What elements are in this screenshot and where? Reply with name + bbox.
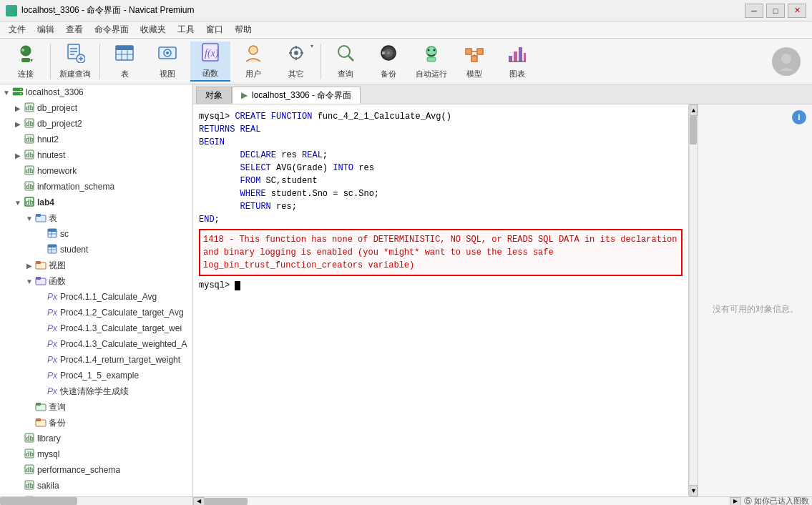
table-label: 表: [121, 69, 129, 79]
sidebar-item-func2[interactable]: Px Proc4.1.2_Calculate_target_Avg: [0, 305, 192, 320]
toolbar-autorun-button[interactable]: 自动运行: [411, 41, 451, 82]
hnut2-icon: db: [23, 133, 36, 147]
student-table-icon: [46, 244, 59, 256]
toolbar-table-button[interactable]: 表: [104, 41, 145, 82]
sidebar-item-hnutest[interactable]: ▶ db hnutest: [0, 147, 192, 163]
main-layout: ▼ localhost_3306 ▶ db db_project: [0, 84, 812, 505]
info-schema-icon: db: [23, 180, 36, 194]
tab-cmdline-icon: ▶: [241, 90, 248, 100]
toolbar-query-button[interactable]: 查询: [326, 41, 366, 82]
toolbar-chart-button[interactable]: 图表: [497, 41, 537, 82]
sidebar-item-mysql[interactable]: db mysql: [0, 446, 192, 462]
close-button[interactable]: ✕: [788, 4, 806, 18]
tab-cmdline[interactable]: ▶ localhost_3306 - 命令界面: [232, 87, 361, 104]
sidebar-item-lab4[interactable]: ▼ db lab4: [0, 195, 192, 210]
sidebar-item-functions-folder[interactable]: ▼ 函数: [0, 273, 192, 289]
svg-rect-84: [36, 418, 41, 421]
expand-arrow-db-project: ▶: [13, 104, 23, 112]
sidebar-item-localhost[interactable]: ▼ localhost_3306: [0, 84, 192, 100]
sidebar-item-func6[interactable]: Px Proc4_1_5_example: [0, 368, 192, 383]
toolbar: ▾ 连接 新建查询: [0, 39, 812, 84]
svg-rect-39: [477, 49, 483, 54]
svg-point-35: [428, 49, 430, 52]
menu-tools[interactable]: 工具: [172, 22, 200, 37]
sidebar-item-info-schema[interactable]: db information_schema: [0, 179, 192, 195]
sidebar-item-func3[interactable]: Px Proc4.1.3_Calculate_target_wei: [0, 320, 192, 336]
sidebar-item-backup-folder[interactable]: 备份: [0, 415, 192, 431]
menu-edit[interactable]: 编辑: [31, 22, 60, 37]
user-avatar[interactable]: [772, 47, 801, 76]
sidebar-item-db-project[interactable]: ▶ db db_project: [0, 100, 192, 116]
no-info-message: 没有可用的对象信息。: [704, 127, 806, 491]
sidebar-item-sc[interactable]: sc: [0, 226, 192, 242]
toolbar-model-button[interactable]: 模型: [454, 41, 494, 82]
scroll-left-btn[interactable]: ◀: [193, 497, 205, 506]
toolbar-user-button[interactable]: 用户: [233, 41, 273, 82]
sidebar-item-func7[interactable]: Px 快速清除学生成绩: [0, 383, 192, 399]
scroll-down-btn[interactable]: ▼: [690, 485, 698, 496]
sidebar-item-db-project2[interactable]: ▶ db db_project2: [0, 116, 192, 132]
toolbar-connect-button[interactable]: ▾ 连接: [6, 41, 46, 82]
info-icon[interactable]: i: [792, 110, 806, 124]
chart-label: 图表: [509, 69, 525, 79]
sidebar-item-query-folder[interactable]: 查询: [0, 399, 192, 415]
scroll-right-btn[interactable]: ▶: [730, 497, 741, 506]
toolbar-view-button[interactable]: 视图: [147, 41, 187, 82]
sidebar-item-perf-schema[interactable]: db performance_schema: [0, 462, 192, 478]
terminal-scrollbar[interactable]: ▲ ▼: [689, 104, 698, 496]
backup-icon: [378, 43, 398, 67]
sidebar-item-tables-folder[interactable]: ▼ 表: [0, 210, 192, 226]
svg-text:db: db: [26, 482, 34, 489]
toolbar-backup-button[interactable]: 备份: [368, 41, 409, 82]
backup-folder-icon: [34, 416, 47, 430]
backup-label: 备份: [381, 69, 396, 79]
svg-rect-1: [21, 58, 30, 62]
svg-rect-33: [382, 52, 385, 54]
toolbar-new-query-button[interactable]: 新建查询: [55, 41, 95, 82]
sidebar-item-func5[interactable]: Px Proc4.1.4_return_target_weight: [0, 352, 192, 368]
svg-rect-70: [48, 229, 57, 232]
menu-view[interactable]: 查看: [60, 22, 89, 37]
menu-favorites[interactable]: 收藏夹: [134, 22, 172, 37]
svg-rect-37: [427, 57, 436, 62]
svg-point-28: [338, 46, 350, 57]
toolbar-function-button[interactable]: f(x) 函数: [190, 41, 230, 82]
sidebar-item-func4[interactable]: Px Proc4.1.3_Calculate_weighted_A: [0, 336, 192, 352]
sidebar-item-student[interactable]: student: [0, 242, 192, 258]
svg-rect-12: [116, 46, 133, 50]
bottom-scrollbar[interactable]: ◀ ▶ ⑤ 如你已达入图数: [193, 496, 812, 505]
menu-window[interactable]: 窗口: [200, 22, 229, 37]
menu-cmdline[interactable]: 命令界面: [89, 22, 134, 37]
new-query-icon: [65, 43, 85, 67]
sc-table-icon: [46, 228, 59, 240]
sidebar-item-views-folder[interactable]: ▶ 视图: [0, 258, 192, 273]
function-label: 函数: [202, 68, 218, 79]
terminal-line-6: FROM SC,student: [199, 175, 683, 187]
svg-rect-38: [466, 49, 471, 54]
menu-help[interactable]: 帮助: [229, 22, 258, 37]
minimize-button[interactable]: ─: [745, 4, 763, 18]
menu-file[interactable]: 文件: [3, 22, 31, 37]
sidebar-scrollbar[interactable]: [0, 496, 192, 505]
views-folder-icon: [34, 259, 47, 273]
sidebar-item-sakila[interactable]: db sakila: [0, 478, 192, 494]
svg-rect-82: [36, 403, 41, 406]
server-icon: [11, 86, 24, 99]
func7-icon: Px: [46, 386, 59, 396]
terminal-content[interactable]: mysql> CREATE FUNCTION func_4_2_1_Calcul…: [193, 104, 689, 496]
new-query-label: 新建查询: [59, 69, 91, 79]
sidebar-item-homework[interactable]: db homework: [0, 163, 192, 179]
svg-point-51: [20, 89, 21, 90]
tab-objects[interactable]: 对象: [196, 87, 232, 104]
maximize-button[interactable]: □: [766, 4, 785, 18]
svg-rect-74: [48, 245, 57, 247]
func3-icon: Px: [46, 323, 59, 333]
sidebar-item-func1[interactable]: Px Proc4.1.1_Calculate_Avg: [0, 289, 192, 305]
user-label: 用户: [245, 69, 261, 79]
sidebar-item-hnut2[interactable]: db hnut2: [0, 132, 192, 147]
sidebar-item-library[interactable]: db library: [0, 431, 192, 446]
svg-rect-68: [36, 214, 41, 217]
scroll-up-btn[interactable]: ▲: [690, 104, 698, 116]
toolbar-other-button[interactable]: 其它 ▾: [276, 41, 316, 82]
query-folder-icon: [34, 401, 47, 414]
